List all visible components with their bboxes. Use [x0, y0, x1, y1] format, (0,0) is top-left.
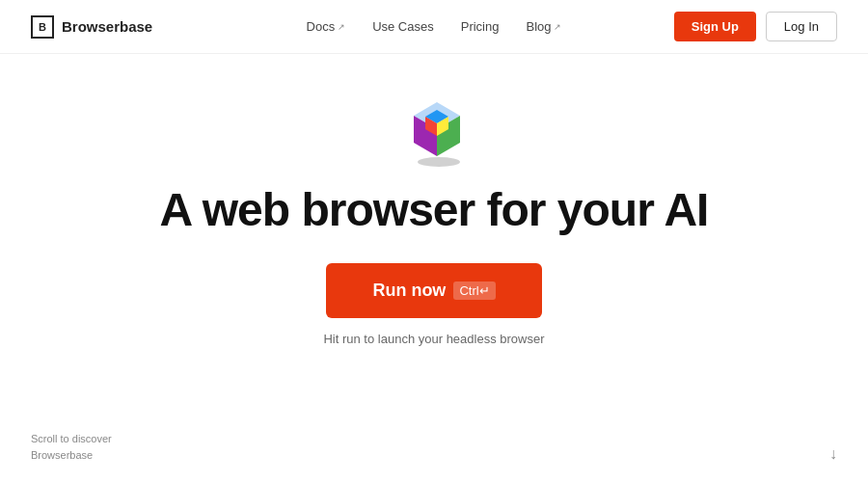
scroll-arrow: ↓: [829, 445, 837, 463]
nav-actions: Sign Up Log In: [674, 12, 837, 41]
scroll-hint: Scroll to discover Browserbase: [31, 431, 112, 463]
run-now-keyboard-hint: Ctrl↵: [453, 281, 495, 300]
logo[interactable]: B Browserbase: [31, 15, 152, 39]
nav-link-usecases[interactable]: Use Cases: [372, 19, 434, 34]
logo-text: Browserbase: [62, 18, 152, 35]
hero-title: A web browser for your AI: [160, 185, 709, 236]
hero-section: A web browser for your AI Run now Ctrl↵ …: [0, 54, 868, 346]
cube-illustration: [391, 93, 477, 170]
signup-button[interactable]: Sign Up: [674, 12, 756, 41]
external-link-icon: ↗: [338, 22, 345, 32]
nav-link-docs[interactable]: Docs ↗: [307, 19, 346, 34]
svg-point-0: [418, 157, 460, 167]
scroll-line1: Scroll to discover: [31, 431, 112, 447]
scroll-line2: Browserbase: [31, 447, 112, 464]
nav-links: Docs ↗ Use Cases Pricing Blog ↗: [307, 19, 562, 34]
run-now-label: Run now: [372, 281, 446, 301]
navbar: B Browserbase Docs ↗ Use Cases Pricing B…: [0, 0, 868, 54]
login-button[interactable]: Log In: [766, 12, 837, 41]
external-link-icon-blog: ↗: [554, 22, 561, 32]
logo-letter: B: [39, 21, 46, 33]
nav-link-blog[interactable]: Blog ↗: [526, 19, 561, 34]
nav-link-pricing[interactable]: Pricing: [461, 19, 500, 34]
run-now-button[interactable]: Run now Ctrl↵: [326, 263, 541, 318]
logo-box: B: [31, 15, 54, 39]
hero-subtitle: Hit run to launch your headless browser: [323, 332, 544, 346]
